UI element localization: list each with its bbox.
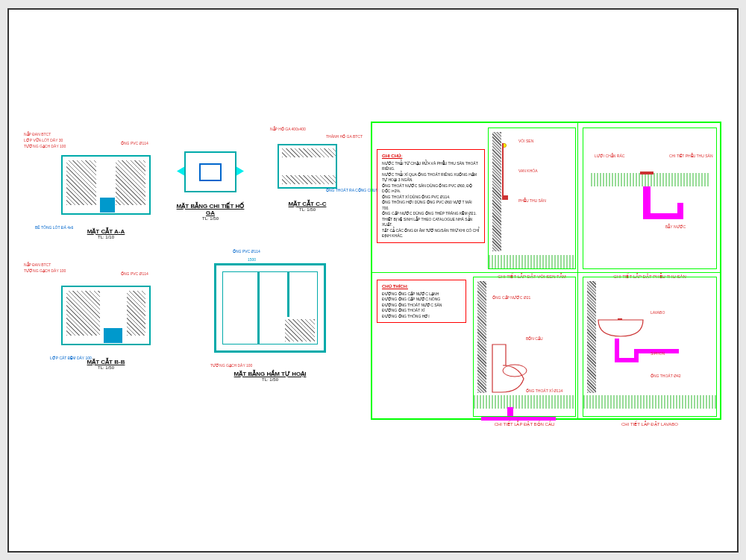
annot: LAVABO bbox=[651, 311, 665, 315]
notes-title: GHI CHÚ: bbox=[382, 153, 480, 160]
annot: NẮP HỐ GA 400x400 bbox=[270, 128, 306, 132]
cad-viewer-frame: NẮP ĐAN BTCT LỚP VỮA LÓT DÀY 30 TƯỜNG GẠ… bbox=[7, 8, 739, 553]
view-scale: TL: 1/50 bbox=[263, 207, 352, 212]
view-section-c: NẮP HỐ GA 400x400 THÀNH HỐ GA BTCT ỐNG T… bbox=[263, 144, 352, 212]
annot: THÀNH HỐ GA BTCT bbox=[326, 135, 363, 139]
view-title: MẶT BẰNG HẦM TỰ HOẠI bbox=[203, 371, 337, 377]
view-scale: TL: 1/50 bbox=[50, 365, 162, 370]
detail-caption: CHI TIẾT LẮP ĐẶT LAVABO bbox=[583, 421, 716, 427]
legend-title: CHÚ THÍCH: bbox=[382, 283, 461, 290]
legend-line: ĐƯỜNG ỐNG CẤP NƯỚC LẠNH bbox=[382, 292, 461, 298]
annot: BỒN CẦU bbox=[526, 337, 543, 342]
dim: 1500 bbox=[248, 257, 256, 262]
annot: ỐNG PVC Ø114 bbox=[233, 250, 260, 254]
note-line: TẤT CẢ CÁC ỐNG ĐI ÂM TƯỜNG/SÀN TRỪ KHI C… bbox=[382, 228, 480, 239]
view-title: MẶT CẮT C-C bbox=[263, 201, 352, 207]
annot: ỐNG PVC Ø114 bbox=[121, 272, 148, 277]
view-title: MẶT BẰNG CHI TIẾT HỐ GA bbox=[173, 203, 248, 216]
annot: NẮP ĐAN BTCT bbox=[24, 133, 51, 137]
view-plan-hoga: MẶT BẰNG CHI TIẾT HỐ GA TL: 1/50 bbox=[173, 151, 248, 221]
notes-ghi-chu: GHI CHÚ: NƯỚC THẢI TỪ CHẬU RỬA VÀ PHỄU T… bbox=[377, 149, 485, 243]
legend-line: ĐƯỜNG ỐNG CẤP NƯỚC NÓNG bbox=[382, 297, 461, 303]
annot: BÊ TÔNG LÓT ĐÁ 4x6 bbox=[35, 226, 73, 230]
detail-wc: BỒN CẦU ỐNG THOÁT XÍ Ø114 ỐNG CẤP NƯỚC Ø… bbox=[473, 277, 576, 417]
detail-lavabo: LAVABO SIPHON ỐNG THOÁT Ø42 CHI TIẾT LẮP… bbox=[583, 277, 717, 417]
annot: LỚP VỮA LÓT DÀY 30 bbox=[24, 139, 63, 143]
annot: SIPHON bbox=[651, 352, 665, 356]
view-section-a: NẮP ĐAN BTCT LỚP VỮA LÓT DÀY 30 TƯỜNG GẠ… bbox=[50, 155, 162, 239]
wc-icon bbox=[489, 341, 533, 393]
note-line: NƯỚC THẢI XÍ QUA ỐNG THOÁT RIÊNG XUỐNG H… bbox=[382, 172, 480, 183]
annot: ỐNG THOÁT Ø42 bbox=[651, 374, 681, 379]
notes-chu-thich: CHÚ THÍCH: ĐƯỜNG ỐNG CẤP NƯỚC LẠNH ĐƯỜNG… bbox=[377, 280, 466, 324]
annot: NẮP ĐAN BTCT bbox=[24, 263, 51, 268]
annot: ỐNG PVC Ø114 bbox=[121, 142, 148, 146]
detail-caption: CHI TIẾT LẮP ĐẶT BỒN CẦU bbox=[474, 421, 575, 427]
annot: PHỄU THU SÀN bbox=[518, 199, 546, 204]
note-line: ỐNG CẤP NƯỚC DÙNG ỐNG THÉP TRÁNG KẼM Ø21… bbox=[382, 211, 480, 217]
view-section-b: NẮP ĐAN BTCT TƯỜNG GẠCH DÀY 100 ỐNG PVC … bbox=[50, 286, 162, 370]
note-line: ỐNG THOÁT NƯỚC SÀN DÙNG ỐNG PVC Ø60, ĐỘ … bbox=[382, 183, 480, 195]
detail-sheet-frame: GHI CHÚ: NƯỚC THẢI TỪ CHẬU RỬA VÀ PHỄU T… bbox=[371, 122, 721, 420]
detail-shower: VÒI SEN VAN KHÓA PHỄU THU SÀN CHI TIẾT L… bbox=[488, 128, 576, 269]
note-line: NƯỚC THẢI TỪ CHẬU RỬA VÀ PHỄU THU SÀN TH… bbox=[382, 161, 480, 172]
annot: CHI TIẾT PHỄU THU SÀN bbox=[669, 154, 713, 159]
drawing-canvas[interactable]: NẮP ĐAN BTCT LỚP VỮA LÓT DÀY 30 TƯỜNG GẠ… bbox=[9, 10, 737, 551]
annot: ỐNG THOÁT XÍ Ø114 bbox=[526, 389, 562, 394]
detail-floor-drain: LƯỚI CHẮN RÁC CHI TIẾT PHỄU THU SÀN BẪY … bbox=[583, 128, 717, 269]
annot: TƯỜNG GẠCH DÀY 100 bbox=[24, 145, 66, 149]
view-plan-septic: ỐNG PVC Ø114 TƯỜNG GẠCH DÀY 100 1500 MẶT… bbox=[203, 263, 337, 382]
legend-line: ĐƯỜNG ỐNG THÔNG HƠI bbox=[382, 314, 461, 320]
view-scale: TL: 1/50 bbox=[203, 377, 337, 382]
annot: TƯỜNG GẠCH DÀY 100 bbox=[24, 269, 66, 274]
annot: VÒI SEN bbox=[518, 139, 533, 144]
annot: BẪY NƯỚC bbox=[665, 225, 686, 230]
legend-line: ĐƯỜNG ỐNG THOÁT NƯỚC SÀN bbox=[382, 303, 461, 309]
note-line: ỐNG THOÁT XÍ DÙNG ỐNG PVC Ø114. bbox=[382, 195, 480, 201]
annot: VAN KHÓA bbox=[518, 169, 537, 174]
note-line: ỐNG THÔNG HƠI DÙNG ỐNG PVC Ø60 VƯỢT MÁI … bbox=[382, 200, 480, 211]
annot: LỚP CÁT ĐỆM DÀY 100 bbox=[50, 356, 92, 361]
legend-line: ĐƯỜNG ỐNG THOÁT XÍ bbox=[382, 308, 461, 314]
annot: LƯỚI CHẮN RÁC bbox=[595, 154, 624, 159]
annot: TƯỜNG GẠCH DÀY 100 bbox=[210, 364, 252, 368]
view-scale: TL: 1/10 bbox=[50, 235, 162, 239]
view-scale: TL: 1/50 bbox=[173, 216, 248, 221]
note-line: THIẾT BỊ VỆ SINH LẮP THEO CATALOGUE NHÀ … bbox=[382, 217, 480, 228]
annot: ỐNG CẤP NƯỚC Ø21 bbox=[492, 296, 530, 301]
svg-rect-1 bbox=[618, 318, 622, 320]
